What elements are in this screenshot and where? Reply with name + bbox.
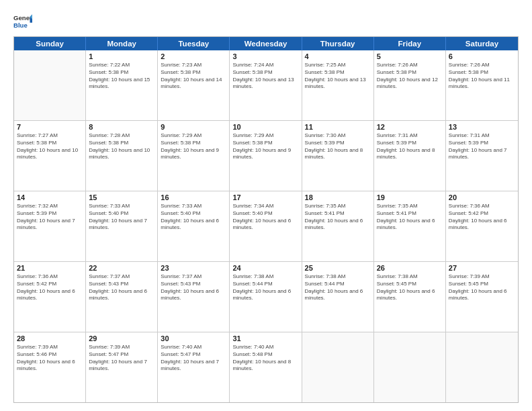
day-number: 23: [161, 264, 226, 272]
cal-cell: 3Sunrise: 7:24 AMSunset: 5:38 PMDaylight…: [230, 50, 302, 120]
cell-info: Sunrise: 7:26 AMSunset: 5:38 PMDaylight:…: [449, 62, 515, 91]
day-number: 27: [449, 264, 515, 272]
cal-cell: 12Sunrise: 7:31 AMSunset: 5:39 PMDayligh…: [374, 121, 446, 191]
day-number: 15: [89, 193, 154, 201]
cal-cell: 18Sunrise: 7:35 AMSunset: 5:41 PMDayligh…: [302, 191, 374, 261]
cell-info: Sunrise: 7:37 AMSunset: 5:43 PMDaylight:…: [89, 273, 154, 302]
cell-info: Sunrise: 7:38 AMSunset: 5:44 PMDaylight:…: [305, 273, 371, 302]
cal-cell: 25Sunrise: 7:38 AMSunset: 5:44 PMDayligh…: [302, 262, 374, 332]
day-number: 3: [232, 52, 298, 60]
day-number: 26: [377, 264, 443, 272]
week-row-4: 21Sunrise: 7:36 AMSunset: 5:42 PMDayligh…: [14, 262, 518, 332]
day-number: 14: [17, 193, 83, 201]
cal-cell: 31Sunrise: 7:40 AMSunset: 5:48 PMDayligh…: [230, 332, 302, 402]
cal-cell: 14Sunrise: 7:32 AMSunset: 5:39 PMDayligh…: [14, 191, 86, 261]
cal-cell: 1Sunrise: 7:22 AMSunset: 5:38 PMDaylight…: [86, 50, 158, 120]
cal-cell: 19Sunrise: 7:35 AMSunset: 5:41 PMDayligh…: [374, 191, 446, 261]
day-header-monday: Monday: [86, 37, 158, 50]
day-number: 10: [232, 123, 298, 131]
day-header-wednesday: Wednesday: [230, 37, 302, 50]
cal-cell: 20Sunrise: 7:36 AMSunset: 5:42 PMDayligh…: [446, 191, 518, 261]
cal-cell: 16Sunrise: 7:33 AMSunset: 5:40 PMDayligh…: [158, 191, 230, 261]
cal-cell: 30Sunrise: 7:40 AMSunset: 5:47 PMDayligh…: [158, 332, 230, 402]
cell-info: Sunrise: 7:38 AMSunset: 5:44 PMDaylight:…: [232, 273, 298, 302]
cal-cell: 21Sunrise: 7:36 AMSunset: 5:42 PMDayligh…: [14, 262, 86, 332]
cell-info: Sunrise: 7:40 AMSunset: 5:48 PMDaylight:…: [232, 344, 298, 373]
cell-info: Sunrise: 7:39 AMSunset: 5:45 PMDaylight:…: [449, 273, 515, 302]
day-number: 30: [161, 334, 226, 342]
cal-cell: 22Sunrise: 7:37 AMSunset: 5:43 PMDayligh…: [86, 262, 158, 332]
cal-cell: 5Sunrise: 7:26 AMSunset: 5:38 PMDaylight…: [374, 50, 446, 120]
svg-text:Blue: Blue: [13, 21, 28, 29]
day-number: 4: [305, 52, 371, 60]
day-number: 18: [305, 193, 371, 201]
day-header-sunday: Sunday: [14, 37, 86, 50]
day-number: 16: [161, 193, 226, 201]
day-number: 29: [89, 334, 154, 342]
day-number: 31: [232, 334, 298, 342]
week-row-5: 28Sunrise: 7:39 AMSunset: 5:46 PMDayligh…: [14, 332, 518, 402]
cell-info: Sunrise: 7:22 AMSunset: 5:38 PMDaylight:…: [89, 62, 154, 91]
cal-cell: [374, 332, 446, 402]
week-row-1: 1Sunrise: 7:22 AMSunset: 5:38 PMDaylight…: [14, 50, 518, 121]
cell-info: Sunrise: 7:28 AMSunset: 5:38 PMDaylight:…: [89, 132, 154, 161]
day-header-thursday: Thursday: [302, 37, 374, 50]
day-header-friday: Friday: [374, 37, 446, 50]
day-number: 20: [449, 193, 515, 201]
cell-info: Sunrise: 7:35 AMSunset: 5:41 PMDaylight:…: [377, 203, 443, 232]
cell-info: Sunrise: 7:31 AMSunset: 5:39 PMDaylight:…: [377, 132, 443, 161]
cal-cell: 13Sunrise: 7:31 AMSunset: 5:39 PMDayligh…: [446, 121, 518, 191]
day-header-saturday: Saturday: [446, 37, 518, 50]
day-number: 6: [449, 52, 515, 60]
cell-info: Sunrise: 7:29 AMSunset: 5:38 PMDaylight:…: [232, 132, 298, 161]
cal-cell: 17Sunrise: 7:34 AMSunset: 5:40 PMDayligh…: [230, 191, 302, 261]
cal-cell: [14, 50, 86, 120]
day-number: 7: [17, 123, 83, 131]
day-number: 11: [305, 123, 371, 131]
day-number: 25: [305, 264, 371, 272]
cal-cell: [446, 332, 518, 402]
cell-info: Sunrise: 7:23 AMSunset: 5:38 PMDaylight:…: [161, 62, 226, 91]
day-number: 12: [377, 123, 443, 131]
svg-text:General: General: [13, 14, 32, 21]
cell-info: Sunrise: 7:26 AMSunset: 5:38 PMDaylight:…: [377, 62, 443, 91]
day-number: 19: [377, 193, 443, 201]
cal-cell: 28Sunrise: 7:39 AMSunset: 5:46 PMDayligh…: [14, 332, 86, 402]
cell-info: Sunrise: 7:39 AMSunset: 5:47 PMDaylight:…: [89, 344, 154, 373]
day-number: 17: [232, 193, 298, 201]
logo-icon: General Blue: [13, 12, 32, 31]
cal-cell: 26Sunrise: 7:38 AMSunset: 5:45 PMDayligh…: [374, 262, 446, 332]
cal-cell: 24Sunrise: 7:38 AMSunset: 5:44 PMDayligh…: [230, 262, 302, 332]
cell-info: Sunrise: 7:33 AMSunset: 5:40 PMDaylight:…: [89, 203, 154, 232]
cell-info: Sunrise: 7:40 AMSunset: 5:47 PMDaylight:…: [161, 344, 226, 373]
cell-info: Sunrise: 7:32 AMSunset: 5:39 PMDaylight:…: [17, 203, 83, 232]
cal-cell: 27Sunrise: 7:39 AMSunset: 5:45 PMDayligh…: [446, 262, 518, 332]
calendar: SundayMondayTuesdayWednesdayThursdayFrid…: [13, 36, 519, 403]
cal-cell: 2Sunrise: 7:23 AMSunset: 5:38 PMDaylight…: [158, 50, 230, 120]
cell-info: Sunrise: 7:27 AMSunset: 5:38 PMDaylight:…: [17, 132, 83, 161]
day-number: 13: [449, 123, 515, 131]
cal-cell: 6Sunrise: 7:26 AMSunset: 5:38 PMDaylight…: [446, 50, 518, 120]
day-number: 24: [232, 264, 298, 272]
day-number: 9: [161, 123, 226, 131]
cal-cell: 4Sunrise: 7:25 AMSunset: 5:38 PMDaylight…: [302, 50, 374, 120]
day-number: 5: [377, 52, 443, 60]
day-number: 1: [89, 52, 154, 60]
day-number: 28: [17, 334, 83, 342]
cal-cell: 9Sunrise: 7:29 AMSunset: 5:38 PMDaylight…: [158, 121, 230, 191]
cell-info: Sunrise: 7:39 AMSunset: 5:46 PMDaylight:…: [17, 344, 83, 373]
week-row-2: 7Sunrise: 7:27 AMSunset: 5:38 PMDaylight…: [14, 121, 518, 191]
cal-cell: 11Sunrise: 7:30 AMSunset: 5:39 PMDayligh…: [302, 121, 374, 191]
cell-info: Sunrise: 7:31 AMSunset: 5:39 PMDaylight:…: [449, 132, 515, 161]
day-number: 21: [17, 264, 83, 272]
cal-cell: 8Sunrise: 7:28 AMSunset: 5:38 PMDaylight…: [86, 121, 158, 191]
cal-cell: 15Sunrise: 7:33 AMSunset: 5:40 PMDayligh…: [86, 191, 158, 261]
day-number: 2: [161, 52, 226, 60]
cell-info: Sunrise: 7:35 AMSunset: 5:41 PMDaylight:…: [305, 203, 371, 232]
day-header-tuesday: Tuesday: [158, 37, 230, 50]
cell-info: Sunrise: 7:36 AMSunset: 5:42 PMDaylight:…: [17, 273, 83, 302]
week-row-3: 14Sunrise: 7:32 AMSunset: 5:39 PMDayligh…: [14, 191, 518, 262]
day-number: 8: [89, 123, 154, 131]
cell-info: Sunrise: 7:29 AMSunset: 5:38 PMDaylight:…: [161, 132, 226, 161]
cell-info: Sunrise: 7:30 AMSunset: 5:39 PMDaylight:…: [305, 132, 371, 161]
